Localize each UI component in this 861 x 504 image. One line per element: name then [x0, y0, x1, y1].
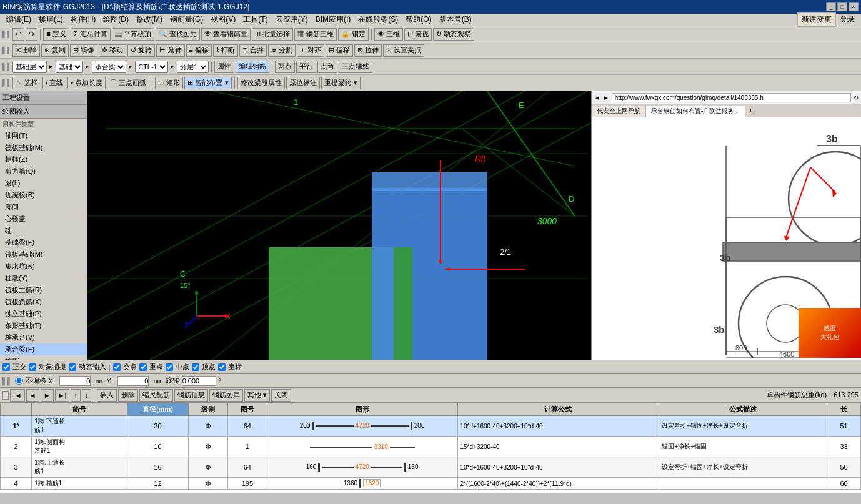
btn-merge[interactable]: ⊃ 合并 [239, 44, 267, 57]
menu-new-change[interactable]: 新建变更 [797, 12, 836, 27]
btn-pos-mark[interactable]: 原位标注 [286, 77, 320, 89]
btn-rebar-3d[interactable]: ▦ 钢筋三维 [294, 28, 337, 41]
snap-object[interactable] [29, 363, 36, 371]
snap-orthogonal[interactable] [2, 363, 10, 371]
item-cap-beam[interactable]: 承台梁(F) [0, 343, 87, 355]
btn-calc[interactable]: Σ 汇总计算 [71, 28, 111, 41]
menu-bim[interactable]: BIM应用(I) [312, 13, 355, 26]
btn-insert[interactable]: 插入 [97, 389, 117, 402]
btn-mirror[interactable]: ⊞ 镜像 [70, 44, 97, 57]
menu-online[interactable]: 在线服务(S) [354, 13, 402, 26]
btn-break[interactable]: ⌇ 打断 [213, 44, 238, 57]
btn-other[interactable]: 其他 ▾ [244, 389, 270, 402]
select-floor[interactable]: 基础层 [12, 61, 47, 73]
btn-nav-next[interactable]: ► [41, 389, 54, 402]
btn-offset-mod[interactable]: ≡ 偏移 [186, 44, 212, 57]
item-strip-found[interactable]: 条形基础(T) [0, 320, 87, 332]
btn-3d[interactable]: ◈ 三维 [374, 28, 403, 41]
btn-select[interactable]: ↖ 选择 [12, 77, 41, 89]
btn-close-rebar[interactable]: 关闭 [271, 389, 291, 402]
btn-nav-first[interactable]: |◄ [10, 389, 25, 402]
select-member[interactable]: 承台梁 [92, 61, 126, 73]
menu-cloud[interactable]: 云应用(Y) [272, 13, 312, 26]
menu-draw[interactable]: 绘图(D) [99, 13, 132, 26]
btn-find[interactable]: 🔍 查找图元 [156, 28, 200, 41]
btn-parallel[interactable]: 平行 [296, 61, 316, 73]
rotate-input[interactable] [182, 376, 216, 386]
btn-batch-select[interactable]: ⊞ 批量选择 [252, 28, 293, 41]
tab-add[interactable]: + [745, 106, 757, 116]
maximize-btn[interactable]: □ [837, 2, 847, 11]
btn-scale-rebar[interactable]: 缩尺配筋 [139, 389, 173, 402]
table-row[interactable]: 3 1跨.上通长筋1 16 Φ 64 160 4720 160 10*d+1 [1, 457, 861, 478]
btn-set-grip[interactable]: ⊙ 设置夹点 [383, 44, 424, 57]
btn-nav-prev[interactable]: ◄ [26, 389, 39, 402]
item-foundation[interactable]: 础 [0, 225, 87, 237]
section-draw[interactable]: 绘图输入 [0, 105, 87, 119]
snap-midpoint[interactable] [166, 363, 173, 371]
btn-line[interactable]: / 直线 [42, 77, 66, 89]
btn-angle[interactable]: 点角 [317, 61, 337, 73]
item-raft2[interactable]: 筏板基础(M) [0, 249, 87, 260]
btn-move[interactable]: ✛ 移动 [99, 44, 126, 57]
btn-view-rebar[interactable]: 👁 查看钢筋量 [201, 28, 251, 41]
y-input[interactable] [117, 376, 149, 386]
x-input[interactable] [59, 376, 91, 386]
item-raft-neg[interactable]: 筏板负筋(X) [0, 296, 87, 308]
item-axis[interactable]: 轴网(T) [0, 130, 87, 142]
menu-version[interactable]: 版本号(B) [435, 13, 475, 26]
menu-tools[interactable]: 工具(T) [239, 13, 271, 26]
btn-redo[interactable]: ↪ [26, 28, 37, 41]
tab-question[interactable]: 承台钢筋如何布置-广联达服务... [646, 106, 745, 117]
btn-arc[interactable]: ⌒ 三点画弧 [107, 77, 149, 89]
menu-edit[interactable]: 编辑(E) [2, 13, 35, 26]
btn-define[interactable]: ■ 定义 [43, 28, 69, 41]
btn-reget-span[interactable]: 重提梁跨 ▾ [321, 77, 361, 89]
table-row[interactable]: 2 1跨.侧面构造筋1 10 Φ 1 3310 15*d+3200-40 锚固+… [1, 437, 861, 457]
menu-modify[interactable]: 修改(M) [132, 13, 166, 26]
btn-align-slab[interactable]: ▤ 平齐板顶 [112, 28, 154, 41]
menu-login[interactable]: 登录 [836, 13, 859, 26]
menu-component[interactable]: 构件(H) [67, 13, 100, 26]
btn-extend[interactable]: ⊢ 延伸 [156, 44, 184, 57]
snap-vertex[interactable] [192, 363, 199, 371]
btn-modify-seg[interactable]: 修改梁段属性 [237, 77, 285, 89]
item-pile[interactable]: 桩(II) [0, 355, 87, 360]
btn-copy[interactable]: ⊕ 复制 [41, 44, 69, 57]
btn-delete[interactable]: ✕ 删除 [12, 44, 40, 57]
item-pile-cap[interactable]: 桩承台(V) [0, 332, 87, 343]
canvas-area[interactable]: 1 E D C B 2 7 8 C 15° 2/1 3000 X Y Z [87, 91, 591, 360]
item-shear-wall[interactable]: 剪力墙(Q) [0, 166, 87, 177]
btn-two-point[interactable]: 两点 [275, 61, 295, 73]
item-foundation-beam[interactable]: 基础梁(F) [0, 237, 87, 249]
btn-rebar-lib[interactable]: 钢筋图库 [209, 389, 243, 402]
btn-nav-last[interactable]: ►| [55, 389, 70, 402]
item-iso-found[interactable]: 独立基础(P) [0, 308, 87, 320]
snap-mid2[interactable] [139, 363, 147, 371]
btn-rect[interactable]: ▭ 矩形 [155, 77, 183, 89]
menu-floor[interactable]: 楼层(L) [35, 13, 67, 26]
item-pit[interactable]: 集水坑(K) [0, 260, 87, 272]
menu-view[interactable]: 视图(V) [207, 13, 239, 26]
btn-dynamic-view[interactable]: ↻ 动态观察 [433, 28, 474, 41]
item-raft[interactable]: 筏板基础(M) [0, 142, 87, 154]
btn-top-view[interactable]: ⊡ 俯视 [404, 28, 432, 41]
select-layer[interactable]: 分层1 [177, 61, 209, 73]
btn-three-point[interactable]: 三点辅线 [339, 61, 372, 73]
item-raft-main[interactable]: 筏板主筋(R) [0, 284, 87, 296]
select-type[interactable]: 基础 [56, 61, 83, 73]
btn-rotate[interactable]: ↺ 旋转 [127, 44, 155, 57]
btn-split[interactable]: ⌆ 分割 [268, 44, 296, 57]
fwd-btn[interactable]: ► [603, 94, 609, 101]
item-col-cap[interactable]: 柱墩(Y) [0, 272, 87, 284]
btn-edit-rebar[interactable]: 编辑钢筋 [236, 61, 269, 73]
snap-coord[interactable] [218, 363, 226, 371]
btn-smart-layout[interactable]: ⊞ 智能布置 ▾ [184, 77, 231, 89]
snap-dynamic[interactable] [69, 363, 76, 371]
item-core-cap[interactable]: 心楼盖 [0, 213, 87, 225]
btn-rebar-info[interactable]: 钢筋信息 [174, 389, 208, 402]
back-btn[interactable]: ◄ [594, 94, 600, 101]
select-ctl[interactable]: CTL-1 [135, 61, 168, 73]
btn-align[interactable]: ⊥ 对齐 [297, 44, 324, 57]
tab-antivirus[interactable]: 代安全上网导航 [592, 106, 646, 117]
